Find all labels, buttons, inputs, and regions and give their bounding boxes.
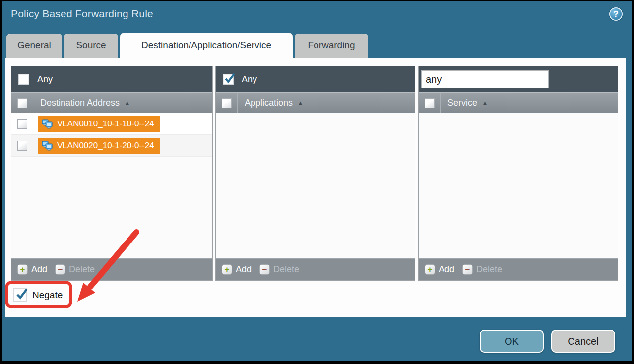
destination-list: VLAN0010_10-1-10-0--24 VLAN0020_10-1-20-… <box>11 113 212 258</box>
cancel-button[interactable]: Cancel <box>551 330 615 353</box>
table-row[interactable]: VLAN0020_10-1-20-0--24 <box>11 135 212 157</box>
applications-toolbar: + Add − Delete <box>216 258 415 280</box>
add-plus-icon: + <box>222 264 232 275</box>
address-object-name: VLAN0010_10-1-10-0--24 <box>57 119 154 129</box>
applications-any-bar: Any <box>216 66 415 92</box>
destination-address-panel: Any Destination Address ▲ <box>11 66 213 281</box>
service-column-header[interactable]: Service ▲ <box>419 92 618 113</box>
service-toolbar: + Add − Delete <box>419 258 618 280</box>
negate-checkbox[interactable] <box>14 289 26 301</box>
service-select-all-checkbox[interactable] <box>425 98 435 108</box>
sort-ascending-icon: ▲ <box>124 99 130 107</box>
delete-minus-icon: − <box>462 264 473 275</box>
delete-minus-icon: − <box>55 264 65 275</box>
negate-label: Negate <box>32 290 63 301</box>
delete-minus-icon: − <box>259 264 270 275</box>
add-button[interactable]: + Add <box>425 264 454 275</box>
add-plus-icon: + <box>425 264 435 275</box>
table-row[interactable]: VLAN0010_10-1-10-0--24 <box>11 113 212 135</box>
destination-any-label: Any <box>37 74 53 85</box>
row-checkbox[interactable] <box>17 141 27 151</box>
applications-column-label: Applications <box>245 98 293 108</box>
address-object-entry[interactable]: VLAN0020_10-1-20-0--24 <box>38 138 160 154</box>
tab-source[interactable]: Source <box>64 34 118 58</box>
destination-toolbar: + Add − Delete <box>11 258 212 280</box>
destination-any-bar: Any <box>11 66 212 92</box>
destination-select-all-checkbox[interactable] <box>17 98 27 108</box>
applications-any-checkbox[interactable] <box>223 74 234 85</box>
address-group-icon <box>41 140 53 152</box>
negate-control: Negate <box>14 289 63 301</box>
address-object-name: VLAN0020_10-1-20-0--24 <box>57 141 154 151</box>
service-list <box>419 113 618 258</box>
sort-ascending-icon: ▲ <box>482 99 488 107</box>
tab-general[interactable]: General <box>6 34 62 58</box>
delete-button: − Delete <box>55 264 95 275</box>
applications-select-all-checkbox[interactable] <box>222 98 232 108</box>
applications-list <box>216 113 415 258</box>
service-dropdown-bar: any ▼ <box>419 66 618 92</box>
applications-column-header[interactable]: Applications ▲ <box>216 92 415 113</box>
checkmark-icon <box>224 72 236 85</box>
address-group-icon <box>41 118 53 130</box>
service-column-label: Service <box>447 98 477 108</box>
service-panel: any ▼ Service ▲ + Add − Delete <box>418 66 618 281</box>
tab-forwarding[interactable]: Forwarding <box>295 34 368 58</box>
add-plus-icon: + <box>17 264 28 275</box>
dialog-window: Policy Based Forwarding Rule ? General S… <box>0 0 634 364</box>
destination-any-checkbox[interactable] <box>18 74 29 85</box>
sort-ascending-icon: ▲ <box>297 99 304 107</box>
delete-button: − Delete <box>462 264 502 275</box>
service-dropdown-value: any <box>422 71 548 88</box>
applications-panel: Any Applications ▲ + Add − Delete <box>215 66 415 281</box>
add-button[interactable]: + Add <box>17 264 47 275</box>
destination-column-label: Destination Address <box>40 98 120 108</box>
ok-button[interactable]: OK <box>480 330 544 353</box>
service-dropdown[interactable]: any ▼ <box>421 70 549 88</box>
address-object-entry[interactable]: VLAN0010_10-1-10-0--24 <box>38 116 160 132</box>
dialog-title: Policy Based Forwarding Rule <box>11 8 153 20</box>
applications-any-label: Any <box>242 74 257 85</box>
delete-button: − Delete <box>259 264 299 275</box>
tab-destination-application-service[interactable]: Destination/Application/Service <box>120 33 293 59</box>
destination-column-header[interactable]: Destination Address ▲ <box>11 92 212 113</box>
add-button[interactable]: + Add <box>222 264 252 275</box>
checkmark-icon <box>15 287 28 302</box>
row-checkbox[interactable] <box>17 119 27 129</box>
help-icon[interactable]: ? <box>609 7 623 21</box>
